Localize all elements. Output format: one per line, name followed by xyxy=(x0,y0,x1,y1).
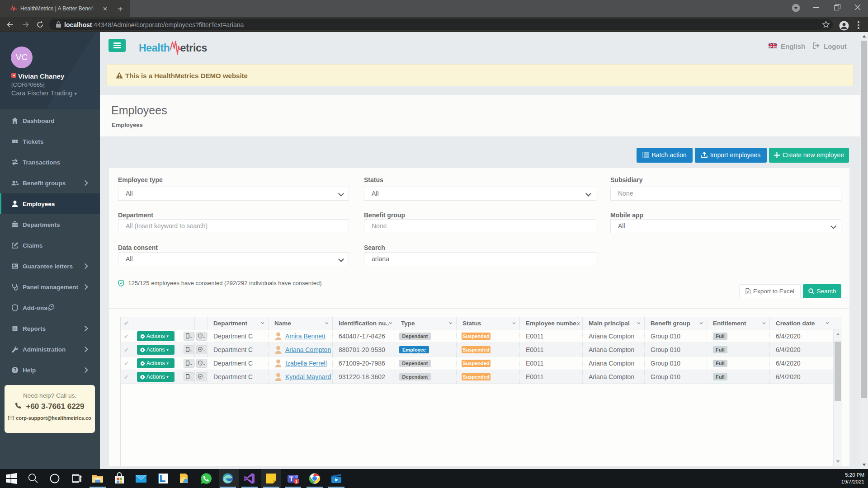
svg-text:1: 1 xyxy=(295,479,298,484)
